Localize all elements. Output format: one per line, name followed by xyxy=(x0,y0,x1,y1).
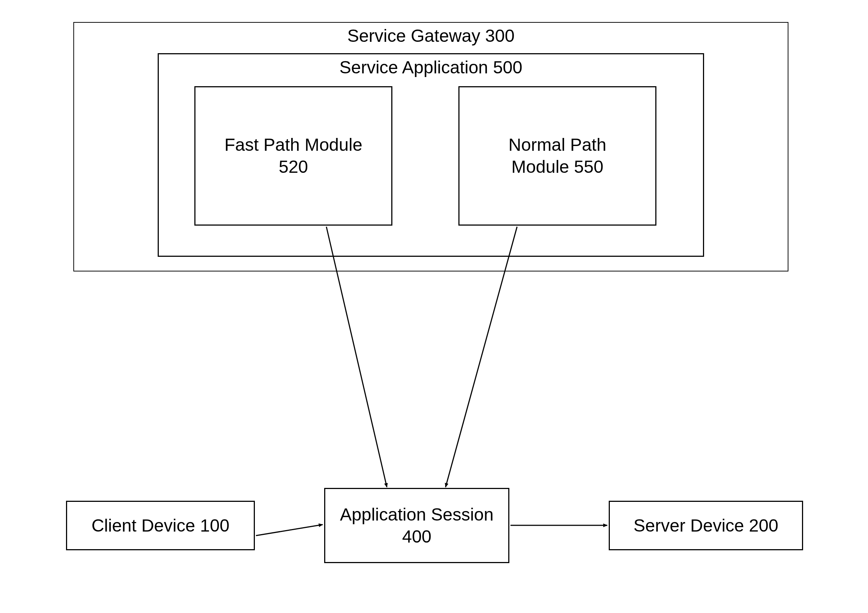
client-device-box: Client Device 100 xyxy=(66,501,255,550)
normal-path-module-box: Normal Path Module 550 xyxy=(459,86,656,226)
fast-path-module-line2: 520 xyxy=(279,156,308,178)
application-session-line1: Application Session xyxy=(340,504,494,526)
server-device-box: Server Device 200 xyxy=(609,501,803,550)
fast-path-module-box: Fast Path Module 520 xyxy=(194,86,392,226)
application-session-box: Application Session 400 xyxy=(324,488,509,563)
client-device-label: Client Device 100 xyxy=(91,515,229,537)
normal-path-module-line2: Module 550 xyxy=(512,156,604,178)
fast-path-module-line1: Fast Path Module xyxy=(225,134,362,156)
application-session-line2: 400 xyxy=(402,526,431,548)
service-gateway-title: Service Gateway 300 xyxy=(347,23,515,47)
service-application-title: Service Application 500 xyxy=(339,54,522,79)
arrow-client-to-session xyxy=(256,525,323,535)
server-device-label: Server Device 200 xyxy=(634,515,778,537)
normal-path-module-line1: Normal Path xyxy=(508,134,606,156)
